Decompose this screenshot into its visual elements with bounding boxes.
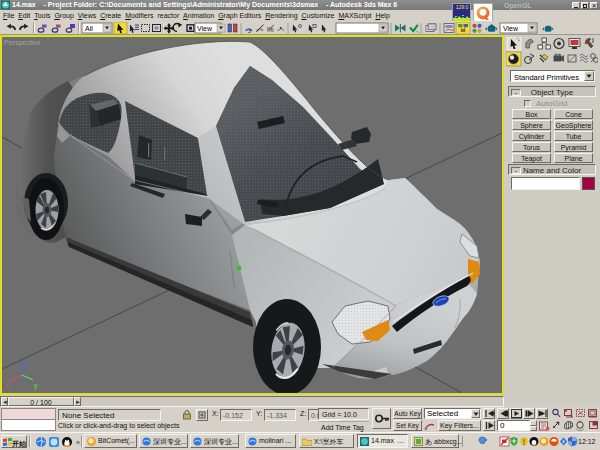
svg-text:All: All (85, 25, 93, 32)
svg-text:3: 3 (248, 28, 251, 34)
svg-text:z: z (24, 358, 27, 365)
svg-text:View: View (197, 25, 213, 32)
svg-text:»: » (76, 439, 80, 446)
svg-text:View: View (503, 25, 519, 32)
svg-text:Perspective: Perspective (4, 39, 41, 47)
